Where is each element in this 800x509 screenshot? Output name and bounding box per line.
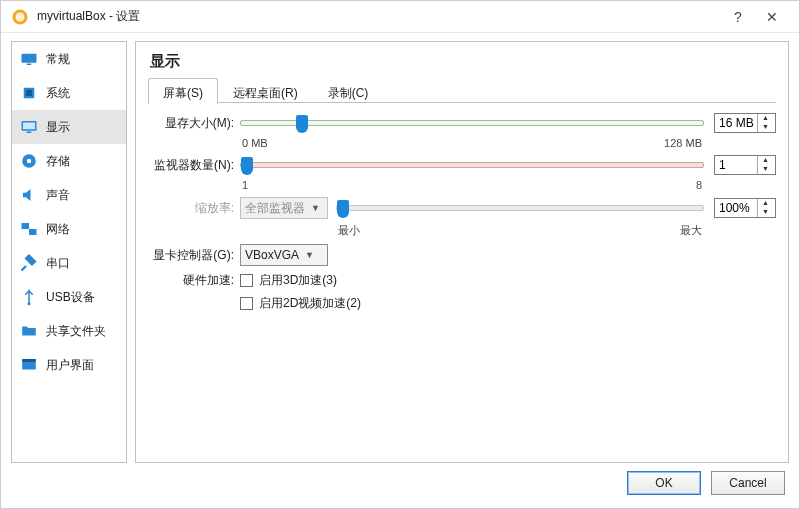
- monitor-count-max-tick: 8: [696, 179, 702, 191]
- monitor-count-spinbox[interactable]: ▲▼: [714, 155, 776, 175]
- hw-accel-label: 硬件加速:: [148, 272, 240, 289]
- sidebar-item-label: 常规: [46, 51, 70, 68]
- scale-factor-slider[interactable]: [336, 199, 704, 217]
- svg-point-13: [28, 302, 31, 305]
- chevron-down-icon: ▼: [305, 250, 314, 260]
- checkbox-3d[interactable]: [240, 274, 253, 287]
- monitor-count-slider[interactable]: [240, 156, 704, 174]
- sidebar-item-label: USB设备: [46, 289, 95, 306]
- svg-rect-7: [23, 123, 35, 130]
- app-icon: [11, 8, 29, 26]
- video-memory-value[interactable]: [715, 116, 757, 130]
- folder-icon: [20, 322, 38, 340]
- sidebar-item-label: 系统: [46, 85, 70, 102]
- sidebar-item-shared-folders[interactable]: 共享文件夹: [12, 314, 126, 348]
- usb-icon: [20, 288, 38, 306]
- sidebar-item-serial[interactable]: 串口: [12, 246, 126, 280]
- sidebar-item-ui[interactable]: 用户界面: [12, 348, 126, 382]
- tab-recording[interactable]: 录制(C): [313, 78, 384, 104]
- tab-bar: 屏幕(S) 远程桌面(R) 录制(C): [148, 77, 776, 103]
- monitor-icon: [20, 118, 38, 136]
- titlebar: myvirtualBox - 设置 ? ✕: [1, 1, 799, 33]
- spin-arrows-icon[interactable]: ▲▼: [757, 114, 773, 132]
- sidebar-item-label: 存储: [46, 153, 70, 170]
- speaker-icon: [20, 186, 38, 204]
- gfx-controller-select[interactable]: VBoxVGA ▼: [240, 244, 328, 266]
- tab-remote[interactable]: 远程桌面(R): [218, 78, 313, 104]
- monitor-count-value[interactable]: [715, 158, 757, 172]
- scale-factor-value[interactable]: [715, 201, 757, 215]
- sidebar-item-display[interactable]: 显示: [12, 110, 126, 144]
- ok-button[interactable]: OK: [627, 471, 701, 495]
- spin-arrows-icon[interactable]: ▲▼: [757, 199, 773, 217]
- svg-rect-5: [26, 90, 32, 96]
- enable-2d-label: 启用2D视频加速(2): [259, 295, 361, 312]
- help-button[interactable]: ?: [721, 6, 755, 28]
- sidebar-item-label: 共享文件夹: [46, 323, 106, 340]
- spin-arrows-icon[interactable]: ▲▼: [757, 156, 773, 174]
- ui-icon: [20, 356, 38, 374]
- video-memory-label: 显存大小(M):: [148, 115, 240, 132]
- sidebar-item-audio[interactable]: 声音: [12, 178, 126, 212]
- monitor-count-label: 监视器数量(N):: [148, 157, 240, 174]
- sidebar-item-usb[interactable]: USB设备: [12, 280, 126, 314]
- sidebar-item-label: 声音: [46, 187, 70, 204]
- dialog-footer: OK Cancel: [1, 463, 799, 495]
- svg-rect-8: [27, 132, 32, 134]
- plug-icon: [20, 254, 38, 272]
- sidebar-item-label: 显示: [46, 119, 70, 136]
- enable-2d-row[interactable]: 启用2D视频加速(2): [240, 295, 361, 312]
- video-memory-min-tick: 0 MB: [242, 137, 268, 149]
- svg-rect-12: [29, 229, 37, 235]
- chip-icon: [20, 84, 38, 102]
- chevron-down-icon: ▼: [311, 203, 320, 213]
- svg-rect-2: [22, 54, 37, 63]
- window-title: myvirtualBox - 设置: [37, 8, 140, 25]
- enable-3d-label: 启用3D加速(3): [259, 272, 337, 289]
- sidebar-item-label: 串口: [46, 255, 70, 272]
- sidebar: 常规 系统 显示 存储 声音 网络 串口 USB设备: [11, 41, 127, 463]
- scale-factor-label: 缩放率:: [148, 200, 240, 217]
- sidebar-item-network[interactable]: 网络: [12, 212, 126, 246]
- gfx-controller-label: 显卡控制器(G):: [148, 247, 240, 264]
- sidebar-item-label: 网络: [46, 221, 70, 238]
- tab-screen[interactable]: 屏幕(S): [148, 78, 218, 104]
- display-icon: [20, 50, 38, 68]
- cancel-button[interactable]: Cancel: [711, 471, 785, 495]
- video-memory-max-tick: 128 MB: [664, 137, 702, 149]
- sidebar-item-general[interactable]: 常规: [12, 42, 126, 76]
- svg-point-1: [16, 12, 25, 21]
- enable-3d-row[interactable]: 启用3D加速(3): [240, 272, 337, 289]
- sidebar-item-storage[interactable]: 存储: [12, 144, 126, 178]
- svg-point-10: [27, 159, 32, 164]
- scale-min-tick: 最小: [338, 223, 360, 238]
- scale-factor-spinbox[interactable]: ▲▼: [714, 198, 776, 218]
- svg-rect-11: [22, 223, 30, 229]
- video-memory-slider[interactable]: [240, 114, 704, 132]
- close-button[interactable]: ✕: [755, 6, 789, 28]
- network-icon: [20, 220, 38, 238]
- svg-rect-3: [27, 64, 32, 66]
- monitor-count-min-tick: 1: [242, 179, 248, 191]
- content-panel: 显示 屏幕(S) 远程桌面(R) 录制(C) 显存大小(M): ▲▼: [135, 41, 789, 463]
- sidebar-item-label: 用户界面: [46, 357, 94, 374]
- sidebar-item-system[interactable]: 系统: [12, 76, 126, 110]
- svg-rect-15: [22, 359, 36, 362]
- scale-monitor-select[interactable]: 全部监视器 ▼: [240, 197, 328, 219]
- disk-icon: [20, 152, 38, 170]
- checkbox-2d[interactable]: [240, 297, 253, 310]
- page-title: 显示: [148, 48, 776, 77]
- scale-max-tick: 最大: [680, 223, 702, 238]
- video-memory-spinbox[interactable]: ▲▼: [714, 113, 776, 133]
